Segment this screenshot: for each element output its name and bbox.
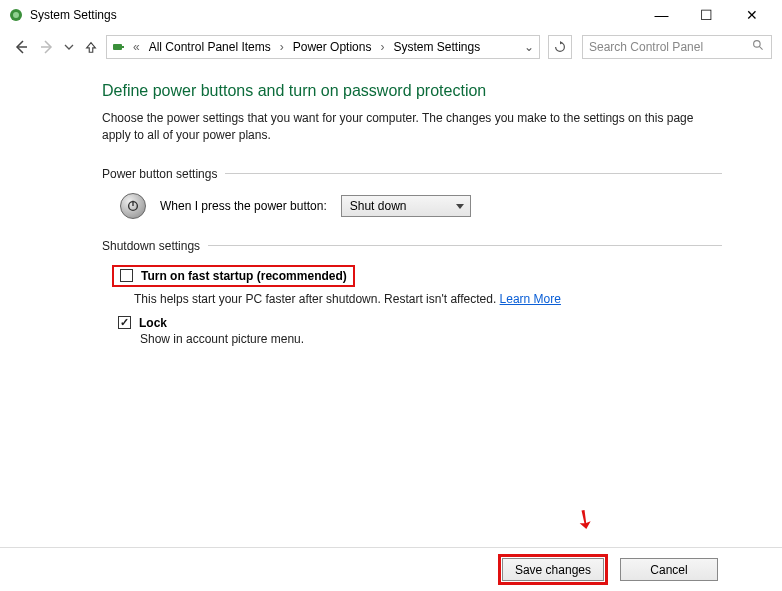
search-icon — [752, 39, 765, 55]
fast-startup-checkbox[interactable] — [120, 269, 133, 282]
refresh-button[interactable] — [548, 35, 572, 59]
svg-point-1 — [13, 12, 19, 18]
lock-title: Lock — [139, 316, 167, 330]
breadcrumb-prefix: « — [131, 40, 142, 54]
battery-icon — [111, 39, 127, 55]
fast-startup-desc: This helps start your PC faster after sh… — [134, 292, 722, 306]
breadcrumb-item[interactable]: All Control Panel Items — [146, 38, 274, 56]
nav-bar: « All Control Panel Items › Power Option… — [0, 30, 782, 64]
lock-desc: Show in account picture menu. — [140, 332, 722, 346]
forward-button[interactable] — [36, 36, 58, 58]
divider — [208, 245, 722, 246]
chevron-down-icon[interactable]: ⌄ — [523, 40, 535, 54]
main-content: Define power buttons and turn on passwor… — [0, 64, 782, 346]
svg-rect-5 — [122, 46, 124, 48]
window-title: System Settings — [30, 8, 117, 22]
section-header-shutdown: Shutdown settings — [102, 239, 722, 253]
fast-startup-highlight: Turn on fast startup (recommended) — [112, 265, 355, 287]
close-button[interactable]: ✕ — [729, 0, 774, 30]
footer: Save changes Cancel — [0, 547, 782, 591]
svg-point-6 — [754, 41, 761, 48]
annotation-arrow-icon: ➘ — [567, 500, 603, 538]
power-button-action-dropdown[interactable]: Shut down — [341, 195, 471, 217]
back-button[interactable] — [10, 36, 32, 58]
save-button-highlight: Save changes — [498, 554, 608, 585]
chevron-right-icon: › — [378, 40, 386, 54]
recent-locations-button[interactable] — [62, 36, 76, 58]
dropdown-selected: Shut down — [350, 199, 407, 213]
section-header-power-button: Power button settings — [102, 167, 722, 181]
up-button[interactable] — [80, 36, 102, 58]
svg-line-7 — [759, 46, 762, 49]
breadcrumb[interactable]: « All Control Panel Items › Power Option… — [106, 35, 540, 59]
chevron-right-icon: › — [278, 40, 286, 54]
page-title: Define power buttons and turn on passwor… — [102, 82, 722, 100]
page-description: Choose the power settings that you want … — [102, 110, 722, 145]
title-bar: System Settings — ☐ ✕ — [0, 0, 782, 30]
cancel-button[interactable]: Cancel — [620, 558, 718, 581]
breadcrumb-item[interactable]: System Settings — [390, 38, 483, 56]
section-label: Shutdown settings — [102, 239, 200, 253]
search-input[interactable]: Search Control Panel — [582, 35, 772, 59]
save-button[interactable]: Save changes — [502, 558, 604, 581]
app-icon — [8, 7, 24, 23]
learn-more-link[interactable]: Learn More — [500, 292, 561, 306]
lock-checkbox[interactable] — [118, 316, 131, 329]
divider — [225, 173, 722, 174]
fast-startup-title: Turn on fast startup (recommended) — [141, 269, 347, 283]
svg-rect-4 — [113, 44, 122, 50]
power-icon — [120, 193, 146, 219]
power-button-press-label: When I press the power button: — [160, 199, 327, 213]
section-label: Power button settings — [102, 167, 217, 181]
breadcrumb-item[interactable]: Power Options — [290, 38, 375, 56]
search-placeholder: Search Control Panel — [589, 40, 752, 54]
maximize-button[interactable]: ☐ — [684, 0, 729, 30]
minimize-button[interactable]: — — [639, 0, 684, 30]
